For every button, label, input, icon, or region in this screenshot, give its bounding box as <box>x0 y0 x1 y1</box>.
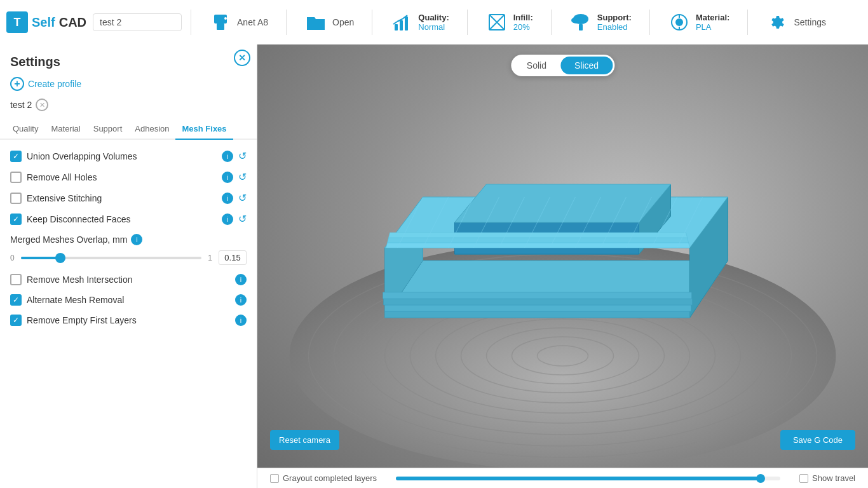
keep-disconnected-checkbox[interactable] <box>10 214 22 225</box>
slider-min: 0 <box>10 254 15 262</box>
quality-icon <box>390 11 413 34</box>
remove-all-holes-label: Remove All Holes <box>27 172 217 182</box>
union-overlapping-reset-icon[interactable]: ↺ <box>238 150 247 162</box>
support-icon <box>569 11 592 34</box>
settings-button[interactable]: Settings <box>757 7 835 37</box>
separator-3 <box>372 10 372 35</box>
merged-meshes-value[interactable]: 0.15 <box>219 250 247 265</box>
reset-camera-button[interactable]: Reset camera <box>270 430 339 450</box>
infill-value: 20% <box>513 22 533 32</box>
union-overlapping-info-icon[interactable]: i <box>222 151 233 162</box>
sliced-view-button[interactable]: Sliced <box>560 57 613 74</box>
infill-icon <box>485 11 508 34</box>
remove-empty-first-layers-row: Remove Empty First Layers i <box>10 315 247 326</box>
svg-marker-38 <box>455 184 671 222</box>
extensive-stitching-reset-icon[interactable]: ↺ <box>238 192 247 204</box>
view-toggle: Solid Sliced <box>511 55 614 76</box>
svg-marker-45 <box>389 233 688 238</box>
progress-track[interactable] <box>396 477 780 480</box>
tabs: Quality Material Support Adhesion Mesh F… <box>0 119 257 140</box>
remove-mesh-intersection-checkbox[interactable] <box>10 274 22 285</box>
tab-quality[interactable]: Quality <box>6 119 44 140</box>
svg-marker-42 <box>383 292 692 299</box>
quality-value: Normal <box>418 22 449 32</box>
progress-thumb[interactable] <box>756 474 765 483</box>
settings-label: Settings <box>794 17 826 27</box>
tab-support[interactable]: Support <box>87 119 129 140</box>
alternate-mesh-removal-row: Alternate Mesh Removal i <box>10 294 247 306</box>
infill-info-text: Infill: 20% <box>513 13 533 32</box>
union-overlapping-checkbox[interactable] <box>10 151 22 162</box>
close-button[interactable]: ✕ <box>234 50 250 66</box>
remove-empty-first-layers-info-icon[interactable]: i <box>235 315 247 326</box>
solid-view-button[interactable]: Solid <box>513 57 560 74</box>
svg-point-2 <box>224 17 227 20</box>
printer-button[interactable]: Anet A8 <box>200 7 277 37</box>
show-travel-checkbox[interactable] <box>799 474 808 483</box>
support-info-text: Support: Enabled <box>597 13 632 32</box>
slider-thumb[interactable] <box>55 253 65 263</box>
svg-marker-40 <box>385 305 691 311</box>
svg-rect-3 <box>395 24 398 30</box>
remove-empty-first-layers-checkbox[interactable] <box>10 315 22 326</box>
remove-all-holes-checkbox[interactable] <box>10 172 22 183</box>
extensive-stitching-row: Extensive Stitching i ↺ <box>10 192 247 204</box>
separator-2 <box>286 10 287 35</box>
remove-mesh-intersection-info-icon[interactable]: i <box>235 274 247 285</box>
merged-meshes-info-icon[interactable]: i <box>131 234 142 245</box>
3d-model-svg <box>257 44 868 488</box>
support-info[interactable]: Support: Enabled <box>560 7 641 37</box>
title-input[interactable] <box>93 13 182 31</box>
material-info[interactable]: Material: PLA <box>659 7 738 37</box>
tab-material[interactable]: Material <box>44 119 86 140</box>
settings-content: Union Overlapping Volumes i ↺ Remove All… <box>0 140 257 336</box>
infill-label: Infill: <box>513 13 533 22</box>
profile-close-button[interactable]: ✕ <box>36 98 48 111</box>
separator-7 <box>747 10 748 35</box>
extensive-stitching-checkbox[interactable] <box>10 193 22 204</box>
keep-disconnected-reset-icon[interactable]: ↺ <box>238 213 247 225</box>
folder-icon <box>304 11 327 34</box>
extensive-stitching-label: Extensive Stitching <box>27 193 217 203</box>
svg-rect-1 <box>217 24 224 30</box>
material-icon <box>668 11 691 34</box>
remove-all-holes-reset-icon[interactable]: ↺ <box>238 171 247 183</box>
settings-icon <box>766 11 789 34</box>
tab-mesh-fixes[interactable]: Mesh Fixes <box>175 119 233 140</box>
keep-disconnected-label: Keep Disconnected Faces <box>27 214 217 224</box>
open-label: Open <box>332 17 354 27</box>
grayout-checkbox[interactable] <box>270 474 279 483</box>
save-gcode-button[interactable]: Save G Code <box>780 430 855 450</box>
app-logo: T SelfCAD <box>6 11 86 33</box>
grayout-label: Grayout completed layers <box>283 473 377 483</box>
slider-fill <box>21 257 61 259</box>
infill-info[interactable]: Infill: 20% <box>477 7 542 37</box>
svg-marker-44 <box>388 238 689 243</box>
tab-adhesion[interactable]: Adhesion <box>128 119 175 140</box>
union-overlapping-label: Union Overlapping Volumes <box>27 151 217 161</box>
svg-point-16 <box>675 18 683 26</box>
show-travel-row: Show travel <box>799 473 855 483</box>
open-button[interactable]: Open <box>295 7 363 37</box>
create-profile-row[interactable]: + Create profile <box>0 74 257 96</box>
alternate-mesh-removal-info-icon[interactable]: i <box>235 294 247 306</box>
keep-disconnected-info-icon[interactable]: i <box>222 214 233 225</box>
logo-icon: T <box>6 11 28 33</box>
separator-1 <box>191 10 191 35</box>
merged-meshes-section: Merged Meshes Overlap, mm i 0 1 0.15 <box>10 234 247 265</box>
printer-label: Anet A8 <box>237 17 268 27</box>
grayout-row: Grayout completed layers <box>270 473 377 483</box>
remove-mesh-intersection-label: Remove Mesh Intersection <box>27 274 230 285</box>
quality-label: Quality: <box>418 13 449 22</box>
remove-mesh-intersection-row: Remove Mesh Intersection i <box>10 274 247 285</box>
svg-rect-5 <box>405 17 408 30</box>
remove-all-holes-info-icon[interactable]: i <box>222 172 233 183</box>
create-profile-label: Create profile <box>28 79 81 89</box>
extensive-stitching-info-icon[interactable]: i <box>222 193 233 204</box>
separator-5 <box>551 10 552 35</box>
separator-4 <box>467 10 468 35</box>
merged-meshes-slider[interactable] <box>21 257 202 259</box>
quality-info[interactable]: Quality: Normal <box>381 7 458 37</box>
alternate-mesh-removal-checkbox[interactable] <box>10 294 22 306</box>
create-profile-icon: + <box>10 77 24 91</box>
